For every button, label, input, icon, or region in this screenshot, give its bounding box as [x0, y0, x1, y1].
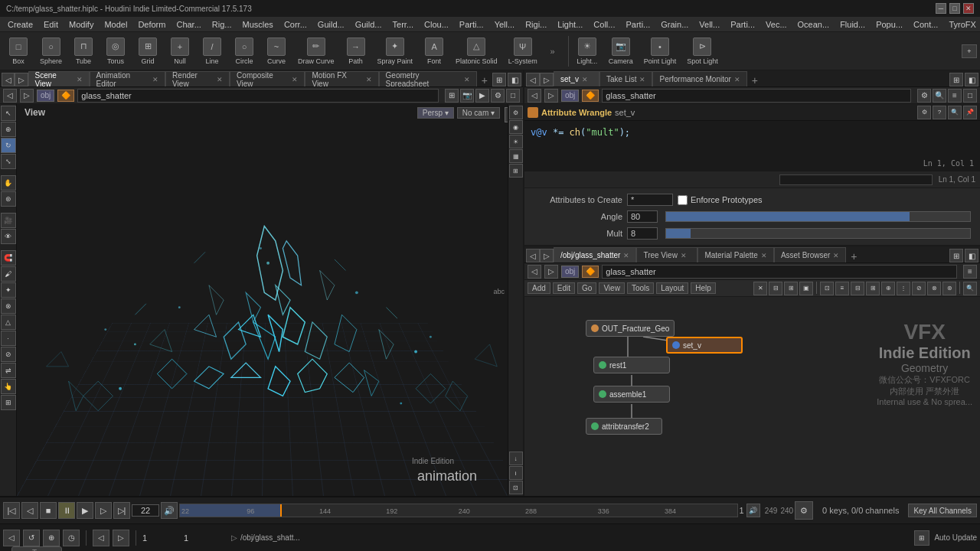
shelf-circle[interactable]: ○ Circle: [229, 32, 260, 70]
tab-tree-view[interactable]: Tree View ✕: [636, 247, 697, 262]
settings-btn[interactable]: ⚙: [491, 89, 505, 103]
menu-fluid[interactable]: Fluid...: [835, 18, 870, 31]
tab-material-palette[interactable]: Material Palette ✕: [697, 247, 773, 262]
shelf-add-btn[interactable]: +: [962, 44, 977, 58]
tab-asset-close[interactable]: ✕: [833, 252, 839, 259]
shelf-camera[interactable]: 📷 Camera: [604, 36, 638, 67]
menu-char[interactable]: Char...: [172, 18, 205, 31]
shelf-torus[interactable]: ◎ Torus: [100, 32, 131, 70]
shelf-path[interactable]: → Path: [341, 32, 371, 70]
rview-settings[interactable]: ⚙: [917, 89, 931, 103]
wrangle-search[interactable]: 🔍: [948, 106, 962, 119]
rpath-back[interactable]: ◁: [528, 89, 541, 103]
viewport-3d[interactable]: Persp ▾ No cam ▾ View ⧫ 12: [17, 104, 523, 496]
play-start-btn[interactable]: |◁: [3, 502, 20, 519]
float-btn[interactable]: ⊞: [492, 73, 506, 86]
path-fwd[interactable]: ▷: [20, 89, 34, 103]
maximize-btn[interactable]: □: [949, 3, 960, 14]
tab-glass-shatter[interactable]: /obj/glass_shatter ✕: [554, 247, 636, 262]
mix-tool[interactable]: ⊞: [1, 395, 16, 410]
shelf-draw-curve[interactable]: ✏ Draw Curve: [293, 32, 339, 70]
node-net-view[interactable]: ⊕: [881, 282, 895, 295]
sculpt-tool[interactable]: ✦: [1, 282, 16, 298]
angle-slider[interactable]: [665, 211, 971, 222]
transform-tool[interactable]: ⊕: [1, 122, 16, 137]
tab-scene-close[interactable]: ✕: [77, 76, 83, 83]
menu-light[interactable]: Light...: [553, 18, 587, 31]
menu-popu[interactable]: Popu...: [871, 18, 907, 31]
shelf-font[interactable]: A Font: [419, 32, 449, 70]
display-toggle[interactable]: ◉: [509, 120, 523, 134]
camera-nav[interactable]: 🎥: [1, 213, 16, 228]
pause-btn[interactable]: ⏸: [58, 502, 75, 519]
audio-toggle[interactable]: 🔊: [161, 502, 178, 519]
menu-vell[interactable]: Vell...: [694, 18, 724, 31]
menu-modify[interactable]: Modify: [64, 18, 98, 31]
menu-coll[interactable]: Coll...: [589, 18, 619, 31]
tab-render-close[interactable]: ✕: [217, 76, 223, 83]
mult-slider[interactable]: [665, 228, 971, 239]
menu-rig[interactable]: Rig...: [207, 18, 237, 31]
tab-setv-close[interactable]: ✕: [582, 76, 588, 83]
rsearch-btn[interactable]: 🔍: [933, 89, 946, 103]
node-nav-back[interactable]: ◁: [526, 249, 540, 262]
menu-edit[interactable]: Edit: [39, 18, 63, 31]
npath-fwd[interactable]: ▷: [544, 265, 558, 279]
select-tool[interactable]: ↖: [1, 106, 16, 121]
menu-vec[interactable]: Vec...: [761, 18, 792, 31]
node-tab-add[interactable]: +: [846, 250, 861, 262]
node-rest1[interactable]: rest1: [593, 357, 670, 373]
scale-tool[interactable]: ⤡: [1, 154, 16, 169]
frame-range-audio[interactable]: 🔊: [746, 504, 760, 517]
tab-mfx-close[interactable]: ✕: [366, 76, 372, 83]
menu-guild1[interactable]: Guild...: [313, 18, 349, 31]
npath-back[interactable]: ◁: [528, 265, 541, 279]
node-edit-btn[interactable]: Edit: [553, 282, 575, 294]
pin-btn[interactable]: ◧: [508, 73, 521, 86]
menu-cont[interactable]: Cont...: [909, 18, 942, 31]
rpath-input[interactable]: [602, 89, 911, 103]
stop-btn[interactable]: ■: [40, 502, 57, 519]
node-pin-btn[interactable]: ◧: [965, 249, 978, 262]
tab-comp-close[interactable]: ✕: [292, 76, 298, 83]
snapshot-btn[interactable]: 📷: [460, 89, 474, 103]
menu-clou[interactable]: Clou...: [420, 18, 453, 31]
play-btn[interactable]: ▶: [77, 502, 93, 519]
node-layout2[interactable]: ⊞: [784, 282, 798, 295]
tab-mat-close[interactable]: ✕: [761, 252, 767, 259]
render-btn[interactable]: ▶: [475, 89, 489, 103]
mult-input[interactable]: [627, 227, 658, 240]
status-btn5[interactable]: ◁: [93, 530, 109, 546]
rpath-fwd[interactable]: ▷: [544, 89, 558, 103]
attr-nav-back[interactable]: ◁: [526, 73, 540, 86]
particle-tool[interactable]: ·: [1, 331, 16, 346]
node-extra3[interactable]: ⊗: [927, 282, 941, 295]
tab-scene-view[interactable]: Scene View ✕: [28, 71, 90, 86]
shelf-tube[interactable]: ⊓ Tube: [68, 32, 99, 70]
code-editor[interactable]: v@v *= ch("mult"); Ln 1, Col 1: [524, 121, 980, 171]
menu-deform[interactable]: Deform: [133, 18, 170, 31]
status-btn4[interactable]: ◷: [63, 530, 80, 546]
node-nav-fwd[interactable]: ▷: [540, 249, 554, 262]
angle-input[interactable]: [627, 210, 658, 223]
menu-ocean[interactable]: Ocean...: [793, 18, 835, 31]
shelf-curve[interactable]: ~ Curve: [261, 32, 292, 70]
key-all-btn[interactable]: Key All Channels: [908, 504, 977, 517]
maximize-view[interactable]: □: [506, 89, 520, 103]
node-layout3[interactable]: ▣: [799, 282, 813, 295]
menu-model[interactable]: Model: [100, 18, 132, 31]
tab-take-list[interactable]: Take List ✕: [599, 71, 652, 86]
tab-asset-browser[interactable]: Asset Browser ✕: [774, 247, 846, 262]
node-list-view[interactable]: ≡: [835, 282, 849, 295]
shelf-platonic[interactable]: △ Platonic Solid: [451, 32, 502, 70]
no-cam-btn[interactable]: No cam ▾: [457, 107, 500, 119]
drive-tool[interactable]: ⇌: [1, 363, 16, 378]
shelf-spray-paint[interactable]: ✦ Spray Paint: [373, 32, 418, 70]
tab-geo-close[interactable]: ✕: [464, 76, 470, 83]
dop-tool[interactable]: ⊘: [1, 347, 16, 362]
status-btn2[interactable]: ↺: [23, 530, 40, 546]
shelf-spot-light[interactable]: ⊳ Spot Light: [682, 36, 723, 67]
node-search[interactable]: 🔍: [963, 282, 977, 295]
menu-terr[interactable]: Terr...: [388, 18, 419, 31]
wrangle-settings[interactable]: ⚙: [917, 106, 931, 119]
